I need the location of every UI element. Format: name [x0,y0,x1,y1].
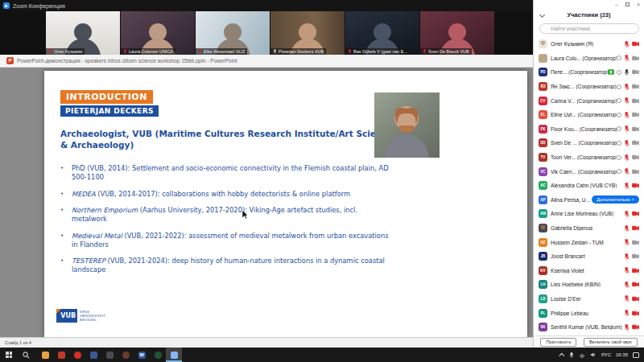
participant-row[interactable]: AC Alexandra Cahn (VUB CYB) [534,179,644,193]
screen-share-icon [608,69,614,75]
camera-off-icon [632,98,639,104]
participant-row[interactable]: SD Sven De ... (Соорганизатор) [534,136,644,150]
avatar: LD [539,294,547,303]
action-center-icon[interactable] [633,352,639,358]
slide-counter: Слайд 1 из 4 [5,340,31,345]
participant-row[interactable]: Laura Colo... (Организатор) [534,51,644,66]
mic-status-icon [273,49,277,54]
camera-off-icon [632,84,639,89]
avatar: SD [539,138,547,147]
participant-row[interactable]: CV Carina V... (Соорганизатор) [534,93,644,108]
vub-logo-text: VRIJE UNIVERSITEIT BRUSSEL [80,310,105,323]
avatar: ЯЗ [539,82,547,91]
hidden-icons-chevron-icon[interactable] [559,352,564,358]
tray-network-icon[interactable] [579,352,585,358]
bullet-text: MEDEA (VUB, 2014-2017): collaborations w… [72,190,350,199]
participant-name: Пите... (Соорганизатор) [551,69,608,75]
camera-off-icon [632,225,639,231]
participant-name: Joost Brancart [551,253,585,259]
clock-icon [617,70,621,75]
participant-row[interactable]: VC Vik Caen... (Соорганизатор) [534,164,644,179]
app-icon [74,352,81,359]
video-tile[interactable]: Pieterjan Deckers VUB [270,11,345,55]
avatar: SK [539,323,547,331]
camera-off-icon [632,211,639,216]
participant-row[interactable]: ЯЗ Ян Закс... (Соорганизатор) [534,80,644,94]
participant-status-icons: Дополнительно > [624,253,639,260]
participant-row[interactable]: SK Senthil Kumar (VUB, Belgium) [534,320,644,335]
participant-row[interactable]: EL Eline Uyt... (Соорганизатор) [534,108,644,122]
participant-row[interactable]: LH Lies Hoebeke (KBIN) [534,278,644,292]
slide-heading: Archaeologist, VUB (Maritime Cultures Re… [60,129,407,150]
tray-mic-icon[interactable] [569,352,574,359]
participant-row[interactable]: LD Louise D'Eer [534,292,644,306]
participant-row[interactable]: PL Philippe Lebeau [534,306,644,320]
camera-off-icon [632,311,639,316]
bullet-dot-icon: • [60,164,72,182]
camera-off-icon [632,41,639,47]
zoom-main-window: Zoom Конференция [0,0,533,348]
app-icon [106,352,114,359]
app-icon [90,352,97,359]
participant-row[interactable]: FK Floor Kou... (Соорганизатор) [534,122,644,137]
maximize-icon[interactable] [625,2,630,6]
participant-row[interactable]: HZ Hussein Zeidan - TUM [534,235,644,249]
participant-status-icons: Дополнительно > [617,112,639,118]
unmute-button[interactable]: Включить свой звук [584,338,638,347]
camera-off-icon [632,183,639,188]
participant-row[interactable]: Gabriella Dipenus [534,221,644,236]
clock[interactable]: 16:35 [616,352,628,357]
taskbar-search-button[interactable] [18,348,34,362]
participant-status-icons: Дополнительно > [624,211,639,217]
mic-on-icon [624,69,630,76]
search-input[interactable] [539,23,639,34]
video-name-label: Олег Кузьмин [46,48,85,55]
bullet-dot-icon: • [60,190,72,199]
participant-row[interactable]: KV Kseniya Violet [534,264,644,278]
participant-row[interactable]: TV Toon Ver... (Соорганизатор) [534,150,644,165]
taskbar-app-button[interactable] [53,348,69,362]
participant-name: Louise D'Eer [551,296,581,302]
bullet-text: Northern Emporium (Aarhus University, 20… [72,206,390,224]
participant-name-label: Laura Colomer UNICA [129,49,173,54]
video-tile[interactable]: Elke Wesemael VLIZ [196,11,270,55]
participant-status-icons: Дополнительно > [617,84,639,90]
tray-volume-icon[interactable] [590,352,597,358]
powerpoint-status-bar: Слайд 1 из 4 [0,337,533,348]
participant-row[interactable]: AP Alina Perisa, U... [534,193,644,208]
video-tile[interactable]: Laura Colomer UNICA [121,11,195,55]
video-tile[interactable]: Sven De Boeck VUB [420,11,494,55]
avatar: LH [539,280,547,289]
participant-row[interactable]: AM Anne Lise Morineau (VUB) [534,207,644,221]
video-tile[interactable]: Bas Gijbels V (gast van E... [345,11,419,55]
avatar [539,224,547,232]
taskbar-app-button[interactable] [101,348,118,362]
avatar: EL [539,110,547,119]
start-button[interactable] [0,348,18,362]
participant-row[interactable]: PD Пите... (Соорганизатор) [534,65,644,80]
language-indicator[interactable]: РУС [601,352,611,357]
window-titlebar[interactable]: Zoom Конференция [0,0,533,11]
taskbar-app-button[interactable] [37,348,53,362]
close-icon[interactable]: × [637,2,640,7]
minimize-icon[interactable]: – [615,2,618,7]
taskbar-app-button[interactable] [118,348,134,362]
participant-status-icons: Дополнительно > [592,195,639,204]
participant-status-icons: Дополнительно > [624,183,639,189]
taskbar-app-button[interactable] [69,348,85,362]
bullet-text: TESTEREP (VUB, 2021-2024): deep history … [72,257,390,274]
app-icon [42,352,49,359]
participant-row[interactable]: JB Joost Brancart [534,249,644,264]
slide-bullet: • TESTEREP (VUB, 2021-2024): deep histor… [60,257,390,274]
camera-off-icon [632,154,639,160]
video-tile[interactable]: Олег Кузьмин [46,11,120,55]
taskbar-app-button[interactable] [166,348,182,362]
taskbar-app-button[interactable] [85,348,101,362]
invite-button[interactable]: Пригласить [540,338,576,347]
taskbar-app-button[interactable]: W [134,348,150,362]
participant-status-icons: Дополнительно > [624,324,639,331]
participant-row[interactable]: Олег Кузьмин (Я) [534,37,644,51]
taskbar-app-button[interactable] [150,348,166,362]
more-button[interactable]: Дополнительно > [592,195,639,204]
slide-bullet-list: • PhD (VUB, 2014): Settlement and socio-… [60,164,390,282]
